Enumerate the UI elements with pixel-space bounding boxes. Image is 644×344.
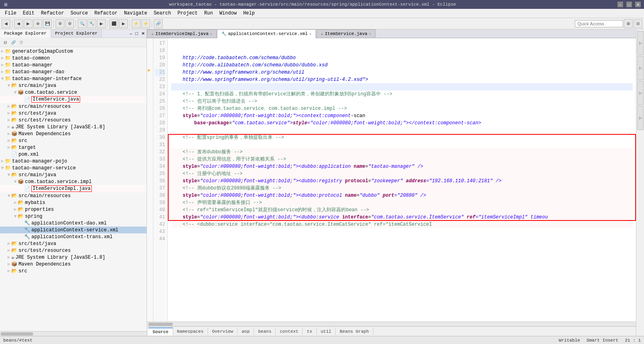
tree-item-31[interactable]: ▷📦Maven Dependencies <box>0 261 147 268</box>
menu-item-search[interactable]: Search <box>151 10 174 17</box>
toolbar-btn-7[interactable]: ⚙ <box>65 19 74 28</box>
sidebar-scrollbar[interactable] <box>0 331 147 336</box>
right-panel-btn-3[interactable]: ▷ <box>637 81 644 105</box>
menu-item-refactor[interactable]: Refactor <box>91 10 121 17</box>
tree-toggle-11[interactable]: ▷ <box>6 125 11 129</box>
tree-toggle-8[interactable]: ▷ <box>6 104 11 109</box>
toolbar-btn-2[interactable]: ◀ <box>14 19 23 28</box>
tree-item-32[interactable]: ▷📂src <box>0 268 147 274</box>
menu-item-window[interactable]: Window <box>216 10 240 17</box>
tree-item-17[interactable]: ▽📁taotao-manager-service <box>0 165 147 171</box>
tree-item-1[interactable]: ▷📁taotao-common <box>0 55 147 62</box>
close-button[interactable]: ✕ <box>635 2 641 7</box>
menu-item-source[interactable]: Source <box>67 10 91 17</box>
toolbar-btn-10[interactable]: ▶ <box>97 19 106 28</box>
sidebar-scroll-thumb[interactable] <box>1 332 33 336</box>
tree-item-18[interactable]: ▽📂src/main/java <box>0 171 147 178</box>
collapse-all-btn[interactable]: ⊟ <box>2 39 9 46</box>
bottom-tab-aop[interactable]: aop <box>237 328 254 335</box>
bottom-tab-beans[interactable]: beans <box>254 328 276 335</box>
tree-toggle-22[interactable]: ▷ <box>13 200 18 205</box>
tree-toggle-13[interactable]: ▷ <box>6 138 11 143</box>
tree-toggle-1[interactable]: ▷ <box>0 56 5 60</box>
tree-toggle-30[interactable]: ▷ <box>6 255 11 260</box>
toolbar-btn-8[interactable]: 🔍 <box>78 19 87 28</box>
tree-item-11[interactable]: ▷☕JRE System Library [JavaSE-1.8] <box>0 124 147 130</box>
tree-item-7[interactable]: 📄ItemService.java <box>0 96 147 103</box>
toolbar-btn-15[interactable]: 🔗 <box>154 19 163 28</box>
tree-toggle-9[interactable]: ▷ <box>6 111 11 115</box>
tree-item-8[interactable]: ▷📂src/main/resources <box>0 103 147 110</box>
bottom-tab-util[interactable]: util <box>317 328 336 335</box>
right-panel-btn-1[interactable]: ▷ <box>637 31 644 55</box>
tree-toggle-12[interactable]: ▷ <box>6 132 11 136</box>
tree-item-28[interactable]: ▷📂src/test/java <box>0 240 147 247</box>
tab-close-1[interactable]: ✕ <box>310 32 312 36</box>
tree-toggle-21[interactable]: ▽ <box>6 194 11 198</box>
tree-toggle-0[interactable]: ▷ <box>0 49 5 54</box>
toolbar-btn-14[interactable]: ⚡ <box>141 19 150 28</box>
maximize-button[interactable]: □ <box>626 2 632 7</box>
tree-item-3[interactable]: ▷📁taotao-manager-dao <box>0 68 147 75</box>
tree-item-10[interactable]: ▷📂src/test/resources <box>0 117 147 124</box>
tab-close-2[interactable]: ✕ <box>369 32 371 36</box>
bottom-tab-tx[interactable]: tx <box>303 328 316 335</box>
toolbar-btn-1[interactable]: ◀ <box>2 19 10 28</box>
tree-item-6[interactable]: ▽📦com.taotao.service <box>0 89 147 96</box>
tree-item-20[interactable]: 📄ItemServiceImpl.java <box>0 185 147 192</box>
tree-item-30[interactable]: ▷☕JRE System Library [JavaSE-1.8] <box>0 254 147 261</box>
tree-toggle-4[interactable]: ▽ <box>0 76 5 81</box>
tree-toggle-18[interactable]: ▽ <box>6 173 11 177</box>
tree-item-24[interactable]: ▽📂spring <box>0 213 147 220</box>
menu-item-project[interactable]: Project <box>174 10 201 17</box>
sidebar-view-menu-btn[interactable]: ▽ <box>18 39 25 46</box>
toolbar-btn-11[interactable]: ⬛ <box>109 19 118 28</box>
tree-item-0[interactable]: ▷📁generatorSqlmapCustom <box>0 48 147 55</box>
toolbar-btn-9[interactable]: 🔧 <box>87 19 96 28</box>
view-btn[interactable]: ⊟ <box>634 19 642 28</box>
bottom-tab-namespaces[interactable]: Namespaces <box>173 328 208 335</box>
tree-item-2[interactable]: ▷📁taotao-manager <box>0 62 147 68</box>
tab-close-0[interactable]: ✕ <box>210 32 212 36</box>
tree-item-19[interactable]: ▽📦com.taotao.service.impl <box>0 178 147 185</box>
tree-item-25[interactable]: 🔧applicationContext-dao.xml <box>0 220 147 227</box>
tree-toggle-6[interactable]: ▽ <box>13 90 18 95</box>
menu-item-file[interactable]: File <box>2 10 20 17</box>
tree-item-21[interactable]: ▽📂src/main/resources <box>0 192 147 199</box>
minimize-button[interactable]: – <box>617 2 623 7</box>
sidebar-maximize-btn[interactable]: □ <box>134 29 140 37</box>
menu-item-navigate[interactable]: Navigate <box>121 10 151 17</box>
tree-item-22[interactable]: ▷📂mybatis <box>0 199 147 206</box>
tree-toggle-24[interactable]: ▽ <box>13 214 18 218</box>
tree-toggle-19[interactable]: ▽ <box>13 179 18 184</box>
tree-item-4[interactable]: ▽📁taotao-manager-interface <box>0 75 147 82</box>
tree-toggle-31[interactable]: ▷ <box>6 262 11 266</box>
tree-item-26[interactable]: 🔧applicationContext-service.xml <box>0 227 147 233</box>
editor-tab-2[interactable]: ☕ItemService.java✕ <box>316 29 376 38</box>
perspective-btn[interactable]: ⊞ <box>624 19 633 28</box>
bottom-tab-beans-graph[interactable]: Beans Graph <box>336 328 374 335</box>
link-with-editor-btn[interactable]: 🔗 <box>10 39 17 46</box>
tree-item-5[interactable]: ▽📂src/main/java <box>0 82 147 89</box>
tree-toggle-17[interactable]: ▽ <box>0 166 5 170</box>
tree-item-15[interactable]: 📄pom.xml <box>0 151 147 158</box>
tab-package-explorer[interactable]: Package Explorer <box>0 29 51 38</box>
tree-item-27[interactable]: 🔧applicationContext-trans.xml <box>0 233 147 240</box>
tree-toggle-14[interactable]: ▷ <box>6 145 11 150</box>
tree-item-9[interactable]: ▷📂src/test/java <box>0 110 147 117</box>
right-panel-btn-2[interactable]: ▷ <box>637 56 644 80</box>
tree-toggle-5[interactable]: ▽ <box>6 83 11 88</box>
tree-item-16[interactable]: ▷📁taotao-manager-pojo <box>0 158 147 165</box>
tree-toggle-28[interactable]: ▷ <box>6 241 11 246</box>
tree-item-29[interactable]: ▷📂src/test/resources <box>0 247 147 254</box>
tree-toggle-32[interactable]: ▷ <box>6 269 11 273</box>
toolbar-btn-13[interactable]: ⚡ <box>132 19 140 28</box>
menu-item-refactor[interactable]: Refactor <box>38 10 68 17</box>
tree-item-13[interactable]: ▷📂src <box>0 137 147 144</box>
toolbar-btn-4[interactable]: ⊕ <box>33 19 42 28</box>
tab-project-explorer[interactable]: Project Explorer <box>51 29 102 37</box>
bottom-tab-overview[interactable]: Overview <box>208 328 238 335</box>
tree-item-23[interactable]: ▷📂properties <box>0 206 147 213</box>
editor-hscrollbar[interactable] <box>147 321 636 326</box>
toolbar-btn-5[interactable]: 💾 <box>43 19 52 28</box>
